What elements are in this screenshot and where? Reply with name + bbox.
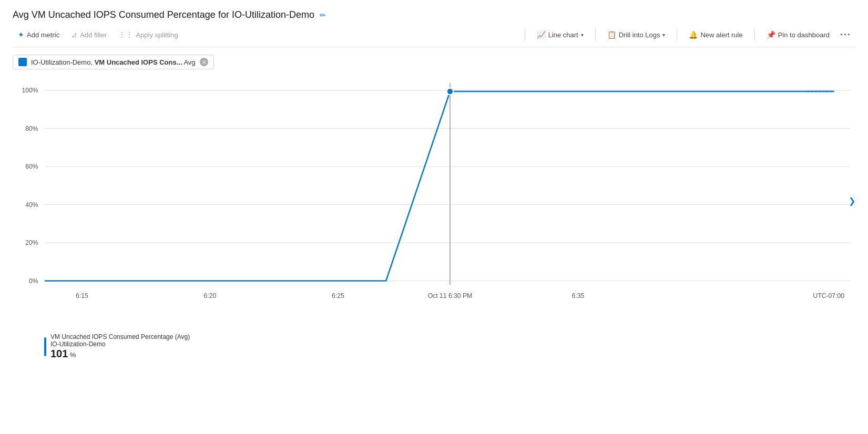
add-filter-label: Add filter [80,31,107,39]
metric-pill: IO-Utilization-Demo, VM Uncached IOPS Co… [13,55,214,69]
pill-resource: IO-Utilization-Demo, [31,58,93,66]
svg-text:80%: 80% [25,125,38,132]
legend-color-bar [44,337,46,356]
add-metric-button[interactable]: ✦ Add metric [13,28,65,42]
svg-text:Oct 11 6:30 PM: Oct 11 6:30 PM [428,292,473,299]
alert-rule-icon: 🔔 [689,30,698,39]
apply-splitting-button[interactable]: ⋮⋮ Apply splitting [113,28,183,42]
page-title: Avg VM Uncached IOPS Consumed Percentage… [13,9,314,20]
legend-title: VM Uncached IOPS Consumed Percentage (Av… [50,333,190,340]
line-chart-button[interactable]: 📈 Line chart ▾ [532,28,589,42]
svg-text:6:35: 6:35 [572,292,585,299]
svg-text:100%: 100% [22,87,38,94]
new-alert-rule-label: New alert rule [700,31,742,39]
metric-row: IO-Utilization-Demo, VM Uncached IOPS Co… [13,55,855,69]
svg-text:6:20: 6:20 [204,292,217,299]
legend-item: VM Uncached IOPS Consumed Percentage (Av… [44,333,855,360]
chart-area: 100% 80% 60% 40% 20% 0% 6:15 6:20 6:25 O… [13,75,855,327]
legend-value-row: 101 % [50,348,190,360]
svg-text:60%: 60% [25,163,38,170]
toolbar-separator-4 [754,29,755,40]
toolbar-separator [525,29,525,40]
line-chart-chevron: ▾ [581,32,584,38]
add-filter-button[interactable]: ⊿ Add filter [66,28,112,42]
pill-text: IO-Utilization-Demo, VM Uncached IOPS Co… [31,58,196,66]
chart-svg: 100% 80% 60% 40% 20% 0% 6:15 6:20 6:25 O… [13,75,855,327]
svg-text:6:25: 6:25 [332,292,344,299]
toolbar-separator-2 [595,29,596,40]
pin-to-dashboard-label: Pin to dashboard [778,31,830,39]
toolbar: ✦ Add metric ⊿ Add filter ⋮⋮ Apply split… [13,28,855,47]
svg-text:20%: 20% [25,239,38,246]
legend-value: 101 [50,348,68,359]
resource-icon [18,58,27,66]
legend: VM Uncached IOPS Consumed Percentage (Av… [13,333,855,360]
line-chart-icon: 📈 [537,30,546,39]
svg-text:UTC-07:00: UTC-07:00 [813,292,845,299]
apply-splitting-icon: ⋮⋮ [118,30,133,39]
svg-text:40%: 40% [25,201,38,208]
add-metric-label: Add metric [27,31,59,39]
new-alert-rule-button[interactable]: 🔔 New alert rule [683,28,748,42]
pin-to-dashboard-button[interactable]: 📌 Pin to dashboard [761,28,835,42]
line-chart-label: Line chart [548,31,578,39]
drill-logs-chevron: ▾ [662,32,665,38]
more-options-button[interactable]: ··· [836,29,855,40]
legend-unit: % [70,351,76,359]
apply-splitting-label: Apply splitting [136,31,178,39]
toolbar-separator-3 [677,29,677,40]
svg-text:6:15: 6:15 [76,292,88,299]
expand-chart-button[interactable]: ❯ [849,196,855,206]
drill-logs-icon: 📋 [607,30,616,39]
edit-icon[interactable]: ✏ [320,11,326,19]
pill-close-button[interactable]: ✕ [200,58,208,66]
add-metric-icon: ✦ [18,30,24,39]
pill-metric: VM Uncached IOPS Cons... [93,58,182,66]
svg-text:0%: 0% [29,277,38,285]
pin-icon: 📌 [767,30,775,39]
svg-point-20 [447,88,453,95]
legend-resource: IO-Utilization-Demo [50,340,190,348]
add-filter-icon: ⊿ [71,30,77,39]
drill-into-logs-button[interactable]: 📋 Drill into Logs ▾ [602,28,671,42]
pill-agg: Avg [182,58,196,66]
drill-into-logs-label: Drill into Logs [619,31,660,39]
